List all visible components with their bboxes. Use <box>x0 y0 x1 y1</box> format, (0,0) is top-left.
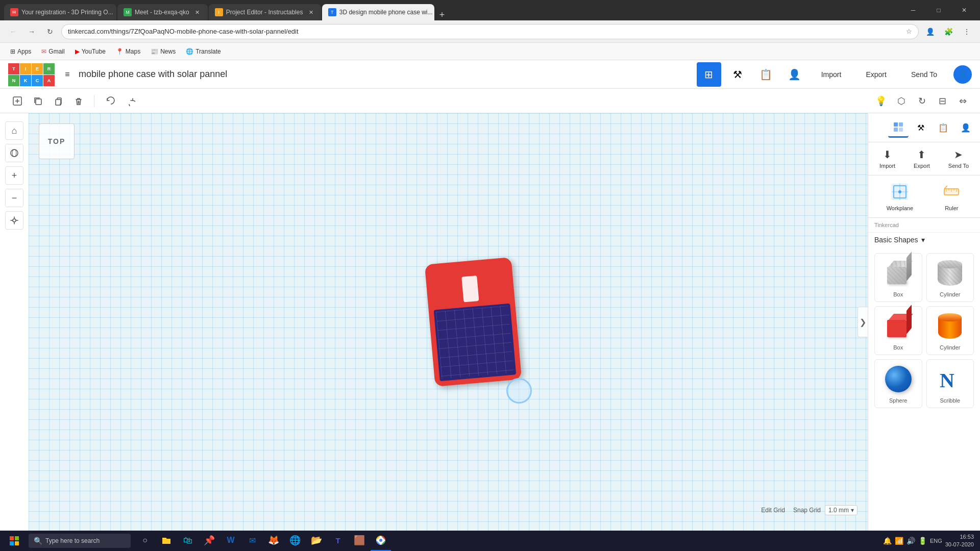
rotate-tool-button[interactable]: ↻ <box>913 92 931 110</box>
zoom-out-button[interactable]: − <box>5 189 23 207</box>
taskbar-word[interactable]: W <box>220 531 241 551</box>
bookmark-apps[interactable]: ⊞ Apps <box>6 46 35 57</box>
profile-button[interactable]: 👤 <box>923 24 937 39</box>
new-shape-button[interactable] <box>8 92 27 110</box>
view-cube[interactable]: TOP <box>39 123 75 159</box>
maximize-button[interactable]: □ <box>927 2 950 18</box>
speaker-icon[interactable]: 🔊 <box>906 537 915 545</box>
model-container[interactable] <box>430 261 522 388</box>
home-view-button[interactable]: ⌂ <box>5 121 23 140</box>
user-account-button[interactable]: 👤 <box>782 62 807 87</box>
copy-clipboard-button[interactable]: 📋 <box>933 117 953 138</box>
user-profile-button[interactable]: 👤 <box>955 117 976 138</box>
start-button[interactable] <box>2 531 27 551</box>
url-bar[interactable]: tinkercad.com/things/7ZfQoaPaqNO-mobile-… <box>61 24 919 39</box>
battery-icon[interactable]: 🔋 <box>918 537 927 545</box>
orbit-button[interactable] <box>5 144 23 162</box>
rotate-handle[interactable] <box>506 378 532 404</box>
hammer-tool-button[interactable]: ⚒ <box>911 117 931 138</box>
bookmark-maps[interactable]: 📍 Maps <box>112 46 144 57</box>
panel-toggle[interactable]: ❯ <box>857 307 868 337</box>
snap-value-dropdown[interactable]: 1.0 mm ▾ <box>825 505 857 515</box>
snap-grid-label: Snap Grid <box>793 507 821 514</box>
taskbar-search[interactable]: 🔍 Type here to search <box>29 534 131 548</box>
notification-icon[interactable]: 🔔 <box>883 537 892 545</box>
tab-2-close[interactable]: ✕ <box>193 8 202 16</box>
taskbar-chrome[interactable] <box>371 531 391 551</box>
language-label[interactable]: ENG <box>930 538 942 544</box>
refresh-button[interactable]: ↻ <box>43 24 57 39</box>
workplane-button[interactable]: Workplane <box>887 182 913 211</box>
new-tab-button[interactable]: + <box>435 10 449 20</box>
user-icon: 👤 <box>788 68 801 81</box>
taskbar-clock[interactable]: 16:53 30-07-2020 <box>945 533 974 549</box>
forward-button[interactable]: → <box>24 24 39 39</box>
shape-scribble[interactable]: N Scribble <box>926 359 974 408</box>
edit-grid-label[interactable]: Edit Grid <box>761 507 785 514</box>
taskbar-files2[interactable]: 📂 <box>306 531 327 551</box>
taskbar-file-explorer[interactable] <box>156 531 177 551</box>
taskbar-sticky-notes[interactable]: 📌 <box>199 531 219 551</box>
svg-rect-23 <box>15 536 19 540</box>
copy-button[interactable] <box>49 92 67 110</box>
taskbar-teams[interactable]: T <box>328 531 348 551</box>
export-button[interactable]: Export <box>855 66 896 83</box>
network-icon[interactable]: 📶 <box>895 537 903 545</box>
export-action[interactable]: ⬆ Export <box>910 146 934 171</box>
send-to-action[interactable]: ➤ Send To <box>944 146 973 171</box>
delete-button[interactable] <box>69 92 88 110</box>
import-button[interactable]: Import <box>811 66 852 83</box>
bookmark-news[interactable]: 📰 News <box>146 46 180 57</box>
viewport[interactable]: TOP ❯ Edit Gr <box>29 113 868 531</box>
ruler-button[interactable]: Ruler <box>941 182 962 211</box>
duplicate-button[interactable] <box>29 92 47 110</box>
shapes-panel-button[interactable] <box>888 117 909 138</box>
align-tool-button[interactable]: ⊟ <box>933 92 951 110</box>
bookmark-gmail[interactable]: ✉ Gmail <box>37 46 68 57</box>
shape-tool-button[interactable]: ⬡ <box>892 92 911 110</box>
minimize-button[interactable]: ─ <box>901 2 925 18</box>
shape-box-gray[interactable]: Box <box>874 253 922 302</box>
tab-1[interactable]: ✉ Your registration - 3D Printing O... ✕ <box>4 4 116 20</box>
shape-sphere-blue[interactable]: Sphere <box>874 359 922 408</box>
zoom-in-button[interactable]: + <box>5 166 23 185</box>
back-button[interactable]: ← <box>6 24 20 39</box>
taskbar-cortana[interactable]: ○ <box>135 531 155 551</box>
grid-view-button[interactable]: ⊞ <box>697 62 721 87</box>
cylinder-gray-icon <box>935 258 965 288</box>
tab-4[interactable]: T 3D design mobile phone case wi... ✕ <box>322 4 434 20</box>
tab-3-close[interactable]: ✕ <box>307 8 315 16</box>
shape-cylinder-orange[interactable]: Cylinder <box>926 306 974 355</box>
shapes-category[interactable]: Basic Shapes ▾ <box>868 233 980 247</box>
bookmark-translate[interactable]: 🌐 Translate <box>182 46 225 57</box>
tabs-container: ✉ Your registration - 3D Printing O... ✕… <box>4 0 897 20</box>
shape-box-red[interactable]: Box <box>874 306 922 355</box>
light-button[interactable]: 💡 <box>872 92 890 110</box>
undo-button[interactable] <box>101 92 119 110</box>
clipboard-button[interactable]: 📋 <box>754 62 778 87</box>
send-to-button[interactable]: Send To <box>901 66 947 83</box>
redo-button[interactable] <box>121 92 139 110</box>
hammer-button[interactable]: ⚒ <box>725 62 750 87</box>
import-action[interactable]: ⬇ Import <box>875 146 899 171</box>
taskbar-mail[interactable]: ✉ <box>242 531 262 551</box>
tinkercad-logo[interactable]: T I N K E R C A <box>8 63 54 86</box>
taskbar-minecraft[interactable]: 🟫 <box>349 531 370 551</box>
settings-button[interactable]: ⋮ <box>960 24 974 39</box>
menu-icon-button[interactable]: ≡ <box>60 67 75 82</box>
user-avatar[interactable]: 👤 <box>953 65 972 84</box>
svg-point-6 <box>12 149 16 157</box>
bookmark-youtube[interactable]: ▶ YouTube <box>71 46 110 57</box>
mirror-tool-button[interactable]: ⇔ <box>953 92 972 110</box>
tab-3[interactable]: I Project Editor - Instructables ✕ <box>209 4 321 20</box>
taskbar-store[interactable]: 🛍 <box>178 531 198 551</box>
taskbar-firefox[interactable]: 🦊 <box>263 531 284 551</box>
bookmark-star-icon[interactable]: ☆ <box>906 28 912 35</box>
project-title-area: ≡ mobile phone case with solar pannel <box>60 67 697 82</box>
extensions-button[interactable]: 🧩 <box>941 24 955 39</box>
shape-cylinder-gray[interactable]: Cylinder <box>926 253 974 302</box>
fit-all-button[interactable] <box>5 211 23 230</box>
close-button[interactable]: ✕ <box>952 2 976 18</box>
tab-2[interactable]: M Meet - tzb-exqa-qko ✕ <box>117 4 208 20</box>
taskbar-chrome-ext[interactable]: 🌐 <box>285 531 305 551</box>
